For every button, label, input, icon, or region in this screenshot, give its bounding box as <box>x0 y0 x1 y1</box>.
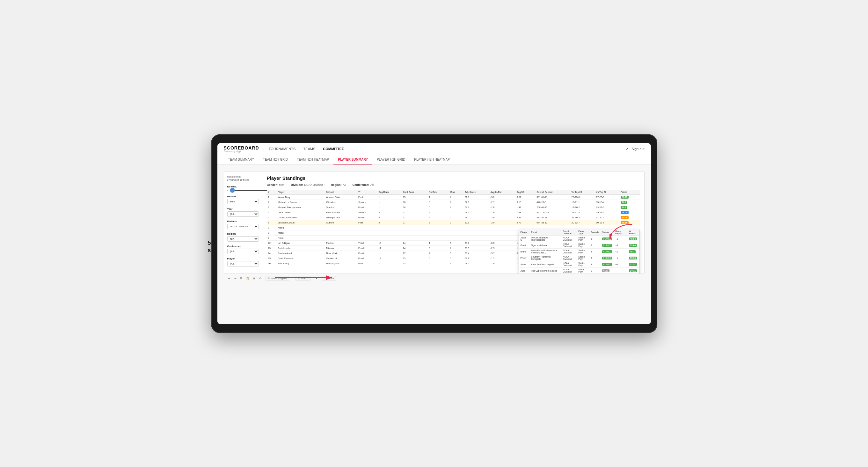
table-cell: -1.6 <box>489 210 516 215</box>
right-arrow-svg <box>610 220 635 239</box>
table-cell: -2.0 <box>489 220 516 225</box>
tooltip-cell: 3 <box>589 236 600 242</box>
tooltip-cell: Stroke Play <box>577 242 589 248</box>
table-cell: Washington <box>325 261 357 266</box>
tooltip-rank-cell <box>614 268 627 274</box>
player-select[interactable]: (All) <box>227 261 259 267</box>
conference-select[interactable]: (All) ACC SEC <box>227 249 259 254</box>
subnav-team-h2h-grid[interactable]: TEAM H2H GRID <box>258 155 292 164</box>
copy-btn[interactable]: ⧉ <box>240 277 242 280</box>
tooltip-cell: 3 <box>589 261 600 268</box>
tooltip-cell: Southern Highlands Collegiate <box>529 255 561 261</box>
table-cell <box>377 230 401 235</box>
points-cell[interactable]: 88.27 <box>619 194 640 199</box>
tooltip-cell: Stroke Play <box>577 236 589 242</box>
table-cell: 69.4 <box>464 251 489 256</box>
gender-select[interactable]: Men Women <box>227 199 259 204</box>
table-cell: Vanderbilt <box>325 256 357 261</box>
sidebar-player-label: Player <box>227 257 259 260</box>
tooltip-cell: Match Play <box>577 268 589 274</box>
table-row[interactable]: 6Jackson KoivunAuburnFirst2275067.5-2.02… <box>267 220 640 225</box>
table-cell: 0 <box>448 210 464 215</box>
nav-teams[interactable]: TEAMS <box>303 146 315 152</box>
sign-in-icon: ↗ <box>625 147 628 151</box>
division-select[interactable]: NCAA Division I NCAA Division II NCAA Di… <box>227 224 259 229</box>
points-badge: 37.57 <box>629 263 637 266</box>
sidebar-year-section: Year (All) 2024 2023 <box>227 208 259 217</box>
tooltip-cell: Amer An Intercollegiate <box>529 261 561 268</box>
table-cell: Auburn <box>325 220 357 225</box>
tooltip-cell: Tiger Invitational <box>529 242 561 248</box>
table-cell: 68.8 <box>464 256 489 261</box>
table-cell: 23 <box>402 256 428 261</box>
table-cell: 7 <box>267 225 277 230</box>
table-cell: -1.6 <box>489 261 516 266</box>
undo-btn[interactable]: ↩ <box>228 277 230 280</box>
table-cell: Niche <box>277 225 325 230</box>
subnav-player-h2h-grid[interactable]: PLAYER H2H GRID <box>372 155 410 164</box>
table-cell: 25 <box>267 256 277 261</box>
table-row[interactable]: 1Wenyi DingArizona StateFirst1151161.1-3… <box>267 194 640 199</box>
paste-btn[interactable]: 📋 <box>246 277 249 280</box>
status-badge: PLAYED <box>602 257 612 259</box>
table-cell: Ole Miss <box>325 199 357 205</box>
table-cell: 24 <box>267 251 277 256</box>
sign-out-link[interactable]: Sign out <box>631 147 644 151</box>
tip-col-event: Event <box>529 229 561 236</box>
table-cell: 27 <box>402 251 428 256</box>
table-cell: 4 <box>267 210 277 215</box>
tooltip-cell: 3 <box>589 248 600 255</box>
table-cell <box>325 235 357 240</box>
table-row[interactable]: 2Michael La SassoOle MissSecond1180167.1… <box>267 199 640 205</box>
table-cell: New Mexico <box>325 251 357 256</box>
table-cell: 0 <box>428 245 448 251</box>
table-cell: 1 <box>377 199 401 205</box>
table-row[interactable]: 4Luke ClatenFlorida StateSecond5272068.2… <box>267 210 640 215</box>
subnav-team-h2h-heatmap[interactable]: TEAM H2H HEATMAP <box>292 155 334 164</box>
content-panel: Update time: 27/01/2024 16:56:26 No Rds.… <box>224 171 645 274</box>
table-cell: 1 <box>448 194 464 199</box>
tablet-screen: SCOREBOARD Powered by clippi TOURNAMENTS… <box>217 143 651 324</box>
status-badge: PLAYED <box>602 244 612 247</box>
table-cell: 67.5 <box>464 220 489 225</box>
table-cell: -0.8 <box>489 240 516 245</box>
table-cell: 1 <box>377 205 401 210</box>
table-cell <box>428 225 448 230</box>
subnav-player-summary[interactable]: PLAYER SUMMARY <box>334 155 372 164</box>
clock-btn[interactable]: ⏱ <box>259 277 262 280</box>
table-row[interactable]: 3Michael ThorbjornsenStanfordFourth11801… <box>267 205 640 210</box>
points-cell[interactable]: 68.54 <box>619 210 640 215</box>
region-select[interactable]: N/A All <box>227 236 259 242</box>
points-cell[interactable]: 70.2 <box>619 205 640 210</box>
grid-btn[interactable]: ⊞ <box>253 277 255 280</box>
table-row[interactable]: 5Christo LamprechtGeorgia TechFourth2212… <box>267 215 640 220</box>
table-cell: -2.7 <box>489 199 516 205</box>
subnav-player-h2h-heatmap[interactable]: PLAYER H2H HEATMAP <box>410 155 454 164</box>
col-conf-rank: Conf Rank <box>402 190 428 195</box>
nav-committee[interactable]: COMMITTEE <box>323 146 344 152</box>
table-cell: First <box>357 194 377 199</box>
table-cell: 27-10-2 <box>570 215 595 220</box>
logo-subtitle: Powered by clippi <box>224 150 259 152</box>
table-cell <box>377 235 401 240</box>
subnav-team-summary[interactable]: TEAM SUMMARY <box>224 155 259 164</box>
tip-col-division: Event Division <box>561 229 577 236</box>
table-cell: 3.07 <box>515 194 535 199</box>
table-cell <box>448 225 464 230</box>
col-avg-to-par: Avg to-Par <box>489 190 516 195</box>
table-cell <box>489 225 516 230</box>
table-cell: Fourth <box>357 215 377 220</box>
redo-btn[interactable]: ↪ <box>234 277 237 280</box>
table-cell: 23-22-0 <box>595 205 619 210</box>
col-vs-top25: Vs Top 25 <box>570 190 595 195</box>
col-overall: Overall Record <box>535 190 570 195</box>
nav-tournaments[interactable]: TOURNAMENTS <box>269 146 296 152</box>
table-cell: 22 <box>267 240 277 245</box>
tooltip-cell: NCAA Division I <box>561 242 577 248</box>
table-cell: 19-11-1 <box>570 199 595 205</box>
year-select[interactable]: (All) 2024 2023 <box>227 211 259 217</box>
points-cell[interactable]: 76.2 <box>619 199 640 205</box>
filter-division-label: Division: <box>291 183 303 186</box>
logo-title: SCOREBOARD <box>224 146 259 150</box>
table-cell: 9 <box>267 235 277 240</box>
